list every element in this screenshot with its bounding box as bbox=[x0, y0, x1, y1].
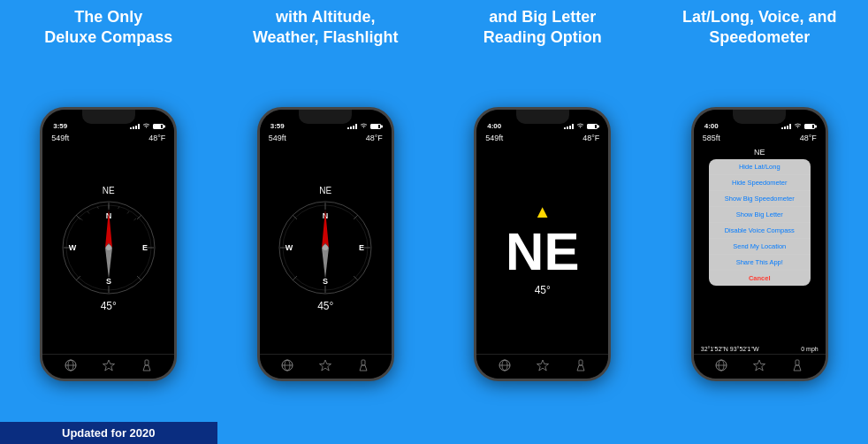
svg-text:E: E bbox=[142, 243, 148, 252]
svg-rect-60 bbox=[796, 360, 799, 365]
phone-1-notch bbox=[82, 110, 135, 124]
phone-3-degrees: 45° bbox=[535, 284, 551, 296]
svg-point-45 bbox=[323, 245, 328, 250]
phone-2-temp: 48°F bbox=[366, 134, 383, 142]
flashlight-icon-2 bbox=[357, 359, 369, 371]
panel-3-phone-container: 4:00 bbox=[434, 71, 651, 444]
phone-4-info-bar: 585ft 48°F bbox=[694, 132, 826, 144]
menu-item-hide-speedometer: Hide Speedometer bbox=[709, 175, 811, 191]
phone-1-screen: 3:59 bbox=[42, 110, 174, 379]
panel-1-footer: Updated for 2020 bbox=[0, 422, 217, 444]
battery-icon-3 bbox=[587, 124, 598, 129]
svg-line-19 bbox=[127, 211, 129, 214]
svg-line-36 bbox=[293, 215, 297, 219]
phone-2-bottom-bar bbox=[260, 354, 392, 379]
wifi-icon-2 bbox=[360, 123, 368, 129]
flashlight-icon-4 bbox=[791, 359, 803, 371]
phone-4-speed: 0 mph bbox=[801, 346, 818, 352]
signal-icon-2 bbox=[347, 124, 357, 129]
phone-2-info-bar: 549ft 48°F bbox=[260, 132, 392, 144]
svg-marker-27 bbox=[103, 360, 114, 371]
svg-text:E: E bbox=[359, 243, 364, 252]
phone-3-screen: 4:00 bbox=[476, 110, 608, 379]
phone-2-time: 3:59 bbox=[270, 122, 285, 130]
menu-item-send-location: Send My Location bbox=[709, 239, 811, 255]
phone-4-menu-area: NE Hide Lat/Long Hide Speedometer Show B… bbox=[694, 144, 826, 344]
panel-2-phone-container: 3:59 bbox=[217, 71, 435, 444]
phone-1-direction: NE bbox=[103, 186, 115, 195]
globe-icon-2 bbox=[281, 359, 293, 371]
phone-1: 3:59 bbox=[40, 107, 177, 381]
wifi-icon-3 bbox=[576, 123, 584, 129]
phone-1-info-bar: 549ft 48°F bbox=[42, 132, 174, 144]
svg-marker-54 bbox=[537, 360, 548, 371]
phone-2-compass-area: NE N bbox=[260, 144, 392, 354]
phone-3-big-letter: NE bbox=[506, 226, 579, 279]
signal-icon-3 bbox=[564, 124, 574, 129]
context-menu: Hide Lat/Long Hide Speedometer Show Big … bbox=[709, 159, 811, 286]
wifi-icon-4 bbox=[794, 123, 802, 129]
phone-3-arrow: ▲ bbox=[534, 202, 552, 222]
star-icon-1 bbox=[103, 359, 115, 371]
phone-4-notch bbox=[733, 110, 786, 124]
phone-2-direction: NE bbox=[319, 186, 331, 195]
phone-3: 4:00 bbox=[474, 107, 611, 381]
svg-rect-55 bbox=[579, 360, 582, 365]
phone-2: 3:59 bbox=[257, 107, 394, 381]
menu-item-hide-lat-long: Hide Lat/Long bbox=[709, 159, 811, 175]
svg-marker-49 bbox=[320, 360, 331, 371]
menu-item-share-app: Share This App! bbox=[709, 255, 811, 271]
phone-3-big-letter-area: ▲ NE 45° bbox=[476, 144, 608, 354]
svg-line-8 bbox=[137, 276, 141, 280]
svg-line-35 bbox=[354, 215, 358, 219]
panel-4: Lat/Long, Voice, andSpeedometer 4:00 bbox=[651, 0, 869, 444]
phone-1-bottom-bar bbox=[42, 354, 174, 379]
menu-item-show-big-speedometer: Show Big Speedometer bbox=[709, 191, 811, 207]
panel-1-phone-container: 3:59 bbox=[0, 71, 217, 444]
svg-line-6 bbox=[137, 215, 141, 219]
phone-3-info-bar: 549ft 48°F bbox=[476, 132, 608, 144]
phone-4-status-icons bbox=[781, 123, 815, 129]
phone-4-screen: 4:00 bbox=[694, 110, 826, 379]
menu-item-cancel: Cancel bbox=[709, 271, 811, 286]
phone-3-bottom-bar bbox=[476, 354, 608, 379]
svg-rect-28 bbox=[145, 360, 148, 365]
phone-3-altitude: 549ft bbox=[485, 134, 503, 142]
svg-text:W: W bbox=[286, 243, 293, 252]
signal-icon bbox=[130, 124, 140, 129]
phone-1-status-icons bbox=[130, 123, 164, 129]
panel-4-header: Lat/Long, Voice, andSpeedometer bbox=[674, 0, 846, 71]
svg-line-22 bbox=[88, 211, 89, 214]
svg-line-7 bbox=[76, 215, 80, 219]
phone-3-notch bbox=[516, 110, 569, 124]
phone-1-temp: 48°F bbox=[148, 134, 165, 142]
phone-4-gps: 32°1'52"N 93°52'1"W bbox=[701, 346, 759, 352]
globe-icon-3 bbox=[499, 359, 511, 371]
phone-4-altitude: 585ft bbox=[703, 134, 720, 142]
phone-4-time: 4:00 bbox=[704, 122, 719, 130]
svg-text:W: W bbox=[69, 243, 77, 252]
phone-2-notch bbox=[299, 110, 352, 124]
globe-icon-1 bbox=[65, 359, 77, 371]
battery-icon-2 bbox=[370, 124, 381, 129]
panel-2: with Altitude,Weather, Flashlight 3:59 bbox=[217, 0, 435, 444]
panel-3-header: and Big LetterReading Option bbox=[475, 0, 611, 71]
star-icon-3 bbox=[537, 359, 549, 371]
phone-2-status-icons bbox=[347, 123, 381, 129]
flashlight-icon-3 bbox=[575, 359, 587, 371]
svg-line-20 bbox=[133, 218, 136, 220]
menu-item-disable-voice: Disable Voice Compass bbox=[709, 223, 811, 239]
phone-2-altitude: 549ft bbox=[269, 134, 286, 142]
compass-1-svg: N S W E bbox=[60, 199, 157, 296]
panel-1-header: The OnlyDeluxe Compass bbox=[35, 0, 181, 71]
svg-line-38 bbox=[293, 276, 297, 280]
panel-3: and Big LetterReading Option 4:00 bbox=[434, 0, 651, 444]
phone-4-temp: 48°F bbox=[800, 134, 817, 142]
menu-item-show-big-letter: Show Big Letter bbox=[709, 207, 811, 223]
svg-line-21 bbox=[97, 207, 99, 210]
svg-marker-59 bbox=[754, 360, 765, 371]
phone-1-degrees: 45° bbox=[101, 300, 117, 312]
panel-1: The OnlyDeluxe Compass 3:59 bbox=[0, 0, 217, 444]
svg-line-37 bbox=[354, 276, 358, 280]
phone-1-time: 3:59 bbox=[53, 122, 67, 130]
